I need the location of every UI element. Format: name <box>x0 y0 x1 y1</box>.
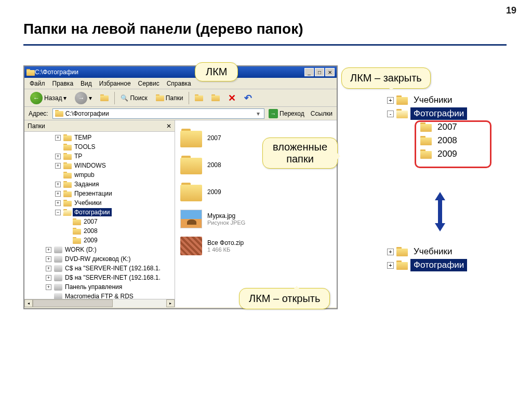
tree-row[interactable]: +Учебники <box>25 198 174 208</box>
copy-button[interactable] <box>208 91 223 105</box>
tree-row[interactable]: + Фотографии <box>387 258 467 272</box>
tree-row[interactable]: +C$ на "SERVER-INET (192.168.1. <box>25 264 174 273</box>
search-button[interactable]: 🔍 Поиск <box>117 91 151 105</box>
forward-button[interactable]: → ▾ <box>71 91 96 105</box>
folder-icon <box>396 260 408 270</box>
menu-tools[interactable]: Сервис <box>135 79 163 88</box>
folder-icon <box>63 190 72 197</box>
expand-icon[interactable]: + <box>387 249 394 255</box>
tree-row[interactable]: +TP <box>25 152 174 161</box>
go-icon: → <box>269 109 278 118</box>
tree-label: D$ на "SERVER-INET (192.168.1. <box>63 273 162 282</box>
callout-line2: папки <box>267 153 333 165</box>
expand-icon[interactable]: + <box>55 182 61 187</box>
expand-icon[interactable]: + <box>46 275 51 281</box>
tree-row[interactable]: 2009 <box>25 236 174 245</box>
scroll-right[interactable]: ▸ <box>166 299 175 307</box>
up-button[interactable] <box>97 91 112 105</box>
expand-icon[interactable]: + <box>46 256 51 262</box>
address-value: C:\Фотографии <box>65 110 252 117</box>
tree-label: Фотографии <box>410 259 467 271</box>
tree-label: Учебники <box>410 94 455 106</box>
tree-row[interactable]: 2008 <box>25 226 174 236</box>
scroll-thumb[interactable] <box>33 299 113 307</box>
maximize-button[interactable]: □ <box>315 68 324 76</box>
expand-icon[interactable]: + <box>55 154 61 159</box>
window-icon <box>26 69 35 76</box>
folder-icon <box>55 110 63 117</box>
address-dropdown[interactable]: ▾ <box>254 110 262 117</box>
tree-row[interactable]: + Учебники <box>387 245 467 258</box>
explorer-window: C:\Фотографии _ □ ✕ Файл Правка Вид Избр… <box>23 65 338 309</box>
folder-icon <box>180 129 202 147</box>
folders-button[interactable]: Папки <box>152 91 187 105</box>
back-button[interactable]: ← Назад ▾ <box>26 91 70 105</box>
delete-button[interactable]: ✕ <box>224 91 240 105</box>
tree-row[interactable]: 2007 <box>25 217 174 226</box>
tree-header: Папки ✕ <box>24 120 175 132</box>
folder-item[interactable]: 2009 <box>180 183 331 201</box>
drive-icon <box>54 284 62 291</box>
expand-icon[interactable]: + <box>55 163 61 169</box>
tree-row[interactable]: + Учебники <box>387 93 467 107</box>
expand-icon[interactable]: + <box>55 200 61 206</box>
tree-row[interactable]: Macromedia FTP & RDS <box>25 292 174 299</box>
toolbar: ← Назад ▾ → ▾ 🔍 Поиск Папки ✕ ↶ <box>24 89 337 107</box>
menu-favorites[interactable]: Избранное <box>96 79 134 88</box>
links-label[interactable]: Ссылки <box>309 110 335 117</box>
tree-label: Презентации <box>73 189 114 198</box>
folders-icon <box>156 94 164 101</box>
tree-label: 2009 <box>82 236 99 244</box>
menu-help[interactable]: Справка <box>164 79 194 88</box>
tree-row[interactable]: −Фотографии <box>25 208 174 217</box>
expand-icon[interactable]: + <box>387 97 394 104</box>
tree-row[interactable]: +Презентации <box>25 189 174 198</box>
folder-open-icon <box>396 109 408 118</box>
menu-view[interactable]: Вид <box>77 79 95 88</box>
tree-row[interactable]: wmpub <box>25 170 174 180</box>
tree-row[interactable]: TOOLS <box>25 142 174 152</box>
tree-label: Панель управления <box>63 283 124 291</box>
expand-icon[interactable]: + <box>46 266 51 271</box>
tree-label: Учебники <box>410 245 455 258</box>
tree-close-button[interactable]: ✕ <box>166 122 171 130</box>
delete-icon: ✕ <box>228 92 236 104</box>
expand-icon[interactable]: + <box>46 284 51 290</box>
folder-icon <box>63 181 72 188</box>
tree-row[interactable]: +Задания <box>25 180 174 189</box>
tree-label: TP <box>73 152 84 160</box>
expand-icon[interactable]: + <box>46 247 51 253</box>
highlight-box <box>415 120 491 168</box>
go-button[interactable]: → Переход <box>267 109 307 118</box>
tree-row[interactable]: +DVD-RW дисковод (K:) <box>25 254 174 264</box>
item-label: 2007 <box>207 134 221 142</box>
minimize-button[interactable]: _ <box>304 68 314 76</box>
menu-edit[interactable]: Правка <box>49 79 77 88</box>
tree-row[interactable]: +WINDOWS <box>25 161 174 170</box>
undo-button[interactable]: ↶ <box>241 91 256 105</box>
tree-content[interactable]: +TEMPTOOLS+TP+WINDOWSwmpub+Задания+Презе… <box>24 132 175 299</box>
tree-row[interactable]: - Фотографии <box>387 107 467 120</box>
scroll-left[interactable]: ◂ <box>24 299 33 307</box>
tree-row[interactable]: +WORK (D:) <box>25 245 174 254</box>
expand-icon[interactable]: + <box>387 262 394 269</box>
collapse-icon[interactable]: - <box>387 111 394 117</box>
archive-item[interactable]: Все Фото.zip 1 466 КБ <box>180 237 331 255</box>
collapse-icon[interactable]: − <box>55 210 61 215</box>
titlebar[interactable]: C:\Фотографии _ □ ✕ <box>24 66 337 78</box>
expand-icon[interactable]: + <box>55 135 61 141</box>
address-input[interactable]: C:\Фотографии ▾ <box>52 108 264 119</box>
close-button[interactable]: ✕ <box>325 68 335 76</box>
expand-icon[interactable]: + <box>55 191 61 197</box>
scrollbar-h[interactable]: ◂ ▸ <box>24 299 175 307</box>
undo-icon: ↶ <box>244 92 252 104</box>
tree-row[interactable]: +TEMP <box>25 133 174 142</box>
menu-file[interactable]: Файл <box>26 79 48 88</box>
item-label: 2009 <box>207 188 221 196</box>
move-button[interactable] <box>191 91 207 105</box>
tree-row[interactable]: +D$ на "SERVER-INET (192.168.1. <box>25 273 174 282</box>
tree-row[interactable]: +Панель управления <box>25 282 174 292</box>
folder-icon <box>396 95 408 105</box>
item-meta: Рисунок JPEG <box>207 219 245 226</box>
image-item[interactable]: Мурка.jpg Рисунок JPEG <box>180 210 331 228</box>
